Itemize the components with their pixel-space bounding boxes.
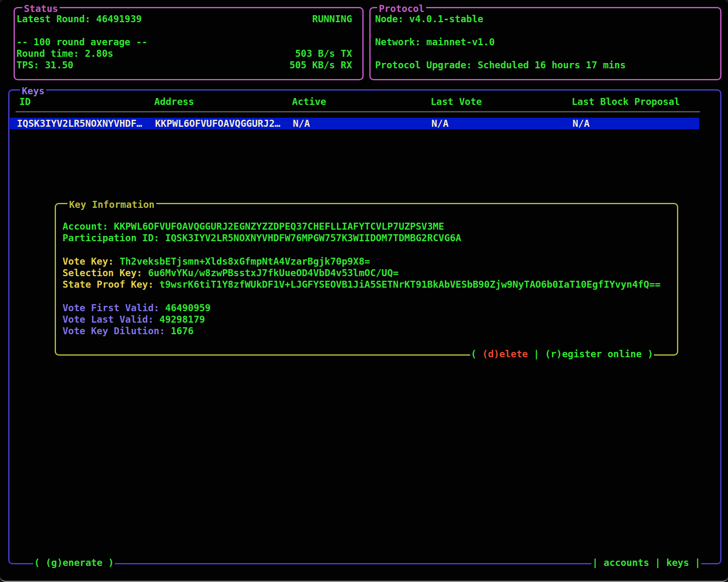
actions-separator: |: [528, 349, 545, 359]
vote-key-dilution-label: Vote Key Dilution:: [63, 326, 165, 336]
state-proof-key-line: State Proof Key:t9wsrK6tiT1Y8zfWUkDF1V+L…: [63, 279, 661, 290]
register-online-button[interactable]: (r)egister online ): [545, 349, 653, 359]
vote-key-value: Th2veksbETjsmn+Xlds8xGfmpNtA4VzarBgjk70p…: [114, 256, 370, 267]
nav-control: | accounts | keys |: [591, 557, 701, 568]
protocol-panel: Protocol Node: v4.0.1-stable Network: ma…: [369, 7, 721, 80]
node-version-text: Node: v4.0.1-stable: [375, 13, 483, 25]
accounts-tab[interactable]: accounts: [604, 557, 649, 568]
protocol-upgrade-text: Protocol Upgrade: Scheduled 16 hours 17 …: [375, 59, 626, 71]
state-proof-key-value: t9wsrK6tiT1Y8zfWUkDF1V+LJGFYSEOVB1JiA5SE…: [154, 279, 661, 290]
keys-panel-title: Keys: [20, 85, 46, 97]
terminal-window: Status Latest Round: 46491939 RUNNING --…: [0, 0, 728, 582]
cell-last-block-proposal: N/A: [573, 118, 590, 129]
selection-key-value: 6u6MvYKu/w8zwPBsstxJ7fkUueOD4VbD4v53lmOC…: [142, 268, 399, 278]
participation-id-value: IQSK3IYV2LR5NOXNYVHDFW76MPGW757K3WIIDOM7…: [159, 233, 461, 243]
cell-last-vote: N/A: [431, 118, 449, 129]
cell-active: N/A: [293, 118, 310, 129]
status-panel-title: Status: [22, 3, 60, 14]
generate-open-paren: (: [34, 557, 46, 568]
vote-last-valid-label: Vote Last Valid:: [63, 314, 154, 325]
generate-control: ( (g)enerate ): [33, 557, 115, 568]
vote-key-label: Vote Key:: [63, 256, 114, 267]
table-header-separator: [16, 111, 700, 112]
key-info-panel: Key Information Account:KKPWL6OFVUFOAVQG…: [55, 203, 678, 356]
column-header-address: Address: [154, 96, 194, 107]
account-line: Account:KKPWL6OFVUFOAVQGGURJ2EGNZYZZDPEQ…: [63, 221, 444, 232]
tps-text: TPS: 31.50: [16, 59, 73, 71]
keys-panel: Keys ID Address Active Last Vote Last Bl…: [8, 89, 721, 564]
protocol-panel-title: Protocol: [377, 3, 426, 14]
status-panel: Status Latest Round: 46491939 RUNNING --…: [14, 7, 364, 80]
key-info-title: Key Information: [67, 199, 156, 210]
account-label: Account:: [63, 221, 108, 232]
keys-tab[interactable]: keys: [666, 557, 689, 568]
running-status-badge: RUNNING: [312, 13, 352, 25]
vote-first-valid-line: Vote First Valid:46490959: [63, 302, 211, 314]
cell-address: KKPWL6OFVUFOAVQGGURJ2…: [155, 118, 281, 129]
actions-open-paren: (: [471, 349, 482, 359]
latest-round-text: Latest Round: 46491939: [16, 13, 142, 25]
vote-first-valid-label: Vote First Valid:: [63, 303, 159, 313]
column-header-active: Active: [292, 96, 326, 107]
generate-close-paren: ): [102, 557, 114, 568]
rx-rate-text: 505 KB/s RX: [290, 59, 352, 71]
selection-key-line: Selection Key:6u6MvYKu/w8zwPBsstxJ7fkUue…: [63, 267, 399, 279]
vote-last-valid-line: Vote Last Valid:49298179: [63, 314, 205, 325]
vote-first-valid-value: 46490959: [159, 303, 211, 313]
column-header-last-block-proposal: Last Block Proposal: [572, 96, 680, 107]
column-header-id: ID: [19, 96, 31, 107]
vote-last-valid-value: 49298179: [154, 314, 205, 325]
nav-mid-pipe: |: [649, 557, 666, 568]
network-text: Network: mainnet-v1.0: [375, 36, 495, 48]
participation-id-label: Participation ID:: [63, 233, 159, 243]
delete-button[interactable]: (d)elete: [482, 349, 528, 359]
cell-id: IQSK3IYV2LR5NOXNYVHDF…: [17, 118, 142, 129]
vote-key-dilution-value: 1676: [165, 326, 193, 336]
vote-key-line: Vote Key:Th2veksbETjsmn+Xlds8xGfmpNtA4Vz…: [63, 256, 370, 267]
round-time-text: Round time: 2.80s: [16, 48, 113, 59]
nav-pre-pipe: |: [592, 557, 604, 568]
key-actions-control: ( (d)elete | (r)egister online ): [470, 348, 654, 360]
table-row-selected-key[interactable]: IQSK3IYV2LR5NOXNYVHDF… KKPWL6OFVUFOAVQGG…: [10, 118, 699, 129]
state-proof-key-label: State Proof Key:: [63, 279, 154, 290]
vote-key-dilution-line: Vote Key Dilution:1676: [63, 325, 194, 337]
round-average-header: -- 100 round average --: [16, 36, 148, 48]
participation-id-line: Participation ID:IQSK3IYV2LR5NOXNYVHDFW7…: [63, 232, 461, 244]
tx-rate-text: 503 B/s TX: [295, 48, 352, 59]
nav-post-pipe: |: [689, 557, 700, 568]
account-value: KKPWL6OFVUFOAVQGGURJ2EGNZYZZDPEQ37CHEFLL…: [108, 221, 444, 232]
generate-button[interactable]: (g)enerate: [46, 557, 102, 568]
selection-key-label: Selection Key:: [63, 268, 142, 278]
column-header-last-vote: Last Vote: [431, 96, 482, 107]
